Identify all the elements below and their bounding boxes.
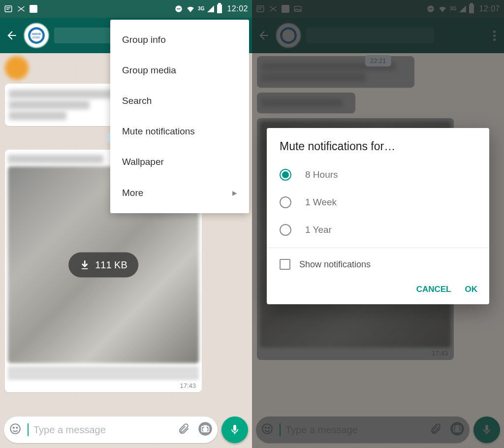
input-placeholder: Type a message: [33, 424, 106, 436]
cancel-button[interactable]: CANCEL: [416, 285, 451, 294]
option-label: 8 Hours: [305, 169, 338, 180]
menu-more[interactable]: More ▸: [110, 177, 249, 208]
message-input[interactable]: Type a message: [4, 416, 218, 443]
svg-rect-14: [203, 425, 207, 427]
download-button[interactable]: 111 KB: [68, 253, 138, 278]
dnd-icon: [174, 4, 183, 13]
mute-option-1week[interactable]: 1 Week: [267, 189, 489, 216]
radio-icon: [280, 169, 291, 181]
menu-search[interactable]: Search: [110, 86, 249, 116]
group-avatar[interactable]: HEROSESSEN: [24, 23, 49, 48]
overflow-menu: Group info Group media Search Mute notif…: [110, 20, 249, 213]
signal-icon: [207, 5, 214, 12]
battery-icon: [217, 4, 222, 13]
svg-text:HEROS: HEROS: [32, 32, 41, 35]
svg-point-10: [16, 427, 17, 428]
mute-dialog: Mute notifications for… 8 Hours 1 Week 1…: [267, 128, 489, 304]
menu-mute-notifications[interactable]: Mute notifications: [110, 116, 249, 147]
statusbar-icon: [30, 5, 37, 13]
phone-left: 3G 12:02 HEROSESSEN JANUA: [0, 0, 252, 448]
camera-icon[interactable]: [198, 421, 213, 438]
svg-point-9: [13, 427, 14, 428]
emoji-icon[interactable]: [9, 422, 22, 437]
radio-icon: [280, 196, 291, 208]
mute-option-8hours[interactable]: 8 Hours: [267, 161, 489, 189]
voice-button[interactable]: [221, 416, 248, 443]
svg-rect-2: [177, 8, 181, 9]
option-label: 1 Week: [305, 197, 337, 208]
message-time: 17:43: [180, 382, 196, 389]
dialog-title: Mute notifications for…: [267, 140, 489, 161]
svg-rect-7: [82, 268, 88, 269]
menu-wallpaper[interactable]: Wallpaper: [110, 147, 249, 177]
menu-group-media[interactable]: Group media: [110, 55, 249, 86]
clock: 12:02: [227, 4, 248, 13]
svg-point-8: [10, 424, 20, 434]
back-button[interactable]: [5, 29, 19, 42]
svg-point-4: [31, 30, 43, 42]
text-cursor: [28, 423, 29, 436]
radio-icon: [280, 224, 291, 236]
status-bar: 3G 12:02: [0, 0, 252, 18]
ok-button[interactable]: OK: [465, 285, 478, 294]
checkbox-icon: [280, 259, 290, 270]
show-notifications-checkbox[interactable]: Show notifications: [267, 252, 489, 277]
phone-right: 3G 12:07 22:21 17:: [252, 0, 504, 448]
message-avatar: [5, 56, 29, 80]
network-label: 3G: [198, 6, 204, 11]
statusbar-icon: [17, 4, 26, 13]
chevron-right-icon: ▸: [232, 187, 237, 198]
svg-point-12: [203, 427, 208, 432]
input-bar: Type a message: [4, 416, 248, 443]
svg-text:ESSEN: ESSEN: [32, 36, 40, 39]
message-bubble[interactable]: [5, 84, 128, 126]
attach-icon[interactable]: [177, 422, 190, 437]
mute-option-1year[interactable]: 1 Year: [267, 216, 489, 244]
divider: [267, 248, 489, 248]
checkbox-label: Show notifications: [299, 259, 371, 270]
wifi-icon: [186, 4, 195, 13]
option-label: 1 Year: [305, 224, 332, 235]
download-size: 111 KB: [95, 259, 127, 271]
menu-group-info[interactable]: Group info: [110, 25, 249, 55]
statusbar-icon: [4, 4, 13, 13]
